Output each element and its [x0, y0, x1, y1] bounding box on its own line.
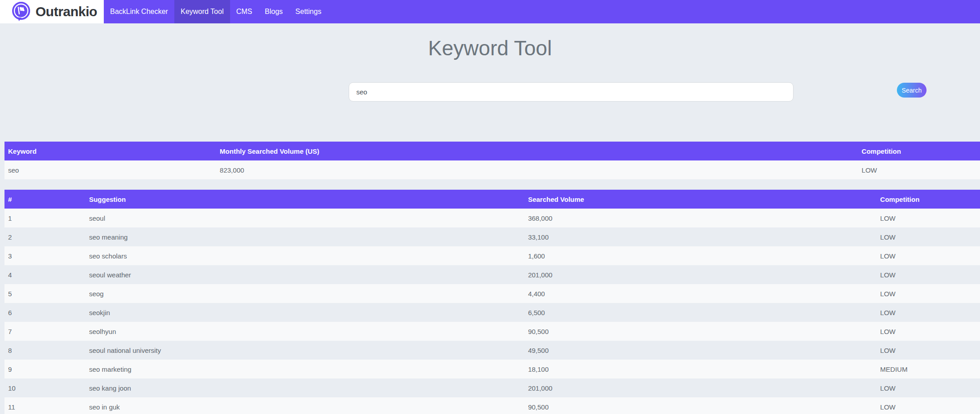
column-header-monthly-searched-volume-us: Monthly Searched Volume (US) [216, 142, 858, 160]
column-header-competition: Competition [858, 142, 980, 160]
table-cell: 6,500 [524, 303, 877, 322]
table-cell: 4,400 [524, 284, 877, 303]
table-row: 7seolhyun90,500LOW [4, 322, 980, 341]
flag-bubble-icon [12, 2, 31, 22]
table-row: 2seo meaning33,100LOW [4, 227, 980, 246]
table-header-row: #SuggestionSearched VolumeCompetition [4, 190, 980, 209]
table-cell: 18,100 [524, 360, 877, 378]
table-cell: 6 [4, 303, 85, 322]
table-row: 9seo marketing18,100MEDIUM [4, 360, 980, 378]
table-cell: 201,000 [524, 265, 877, 284]
table-cell: seo scholars [85, 246, 524, 265]
nav-item-keyword-tool[interactable]: Keyword Tool [174, 0, 230, 23]
table-cell: seolhyun [85, 322, 524, 341]
table-cell: 10 [4, 378, 85, 397]
table-cell: LOW [877, 265, 980, 284]
nav-item-backlink-checker[interactable]: BackLink Checker [104, 0, 174, 23]
top-navbar: Outrankio BackLink CheckerKeyword ToolCM… [0, 0, 980, 23]
table-row: 6seokjin6,500LOW [4, 303, 980, 322]
table-header-row: KeywordMonthly Searched Volume (US)Compe… [4, 142, 980, 160]
table-cell: seoul national university [85, 341, 524, 360]
page-title: Keyword Tool [0, 35, 980, 61]
table-cell: seo [4, 160, 216, 179]
search-form: Search [0, 82, 980, 102]
table-cell: LOW [858, 160, 980, 179]
column-header-suggestion: Suggestion [85, 190, 524, 209]
table-cell: 49,500 [524, 341, 877, 360]
table-cell: 3 [4, 246, 85, 265]
table-row: 4seoul weather201,000LOW [4, 265, 980, 284]
table-cell: LOW [877, 209, 980, 227]
table-cell: LOW [877, 303, 980, 322]
table-cell: LOW [877, 341, 980, 360]
table-cell: 5 [4, 284, 85, 303]
table-cell: seo meaning [85, 227, 524, 246]
table-cell: 90,500 [524, 397, 877, 414]
main-content: Keyword Tool Search KeywordMonthly Searc… [0, 35, 980, 414]
table-cell: seo marketing [85, 360, 524, 378]
table-cell: 823,000 [216, 160, 858, 179]
table-cell: 368,000 [524, 209, 877, 227]
table-cell: seokjin [85, 303, 524, 322]
nav-item-settings[interactable]: Settings [289, 0, 328, 23]
table-cell: LOW [877, 246, 980, 265]
table-cell: seoul [85, 209, 524, 227]
table-cell: seo in guk [85, 397, 524, 414]
column-header-searched-volume: Searched Volume [524, 190, 877, 209]
table-cell: 1 [4, 209, 85, 227]
nav-item-blogs[interactable]: Blogs [258, 0, 289, 23]
table-row: 1seoul368,000LOW [4, 209, 980, 227]
brand-logo[interactable]: Outrankio [0, 0, 104, 23]
suggestions-table: #SuggestionSearched VolumeCompetition1se… [4, 190, 980, 414]
nav-item-cms[interactable]: CMS [230, 0, 259, 23]
table-cell: 11 [4, 397, 85, 414]
search-button[interactable]: Search [897, 83, 927, 98]
brand-name: Outrankio [35, 4, 97, 19]
table-cell: 9 [4, 360, 85, 378]
table-cell: LOW [877, 227, 980, 246]
table-cell: 2 [4, 227, 85, 246]
column-header-competition: Competition [877, 190, 980, 209]
table-cell: seog [85, 284, 524, 303]
main-nav: BackLink CheckerKeyword ToolCMSBlogsSett… [104, 0, 328, 23]
table-cell: LOW [877, 322, 980, 341]
table-row: seo823,000LOW [4, 160, 980, 179]
table-cell: 8 [4, 341, 85, 360]
table-cell: 201,000 [524, 378, 877, 397]
column-header-: # [4, 190, 85, 209]
results-section: KeywordMonthly Searched Volume (US)Compe… [0, 142, 980, 414]
table-row: 3seo scholars1,600LOW [4, 246, 980, 265]
table-cell: 90,500 [524, 322, 877, 341]
table-row: 8seoul national university49,500LOW [4, 341, 980, 360]
column-header-keyword: Keyword [4, 142, 216, 160]
table-cell: seo kang joon [85, 378, 524, 397]
table-cell: 7 [4, 322, 85, 341]
table-cell: 33,100 [524, 227, 877, 246]
keyword-results-table: KeywordMonthly Searched Volume (US)Compe… [4, 142, 980, 179]
table-cell: LOW [877, 397, 980, 414]
table-row: 11seo in guk90,500LOW [4, 397, 980, 414]
table-cell: MEDIUM [877, 360, 980, 378]
table-cell: seoul weather [85, 265, 524, 284]
table-cell: LOW [877, 378, 980, 397]
search-input[interactable] [349, 82, 794, 102]
table-cell: 4 [4, 265, 85, 284]
table-cell: LOW [877, 284, 980, 303]
table-row: 10seo kang joon201,000LOW [4, 378, 980, 397]
table-cell: 1,600 [524, 246, 877, 265]
table-row: 5seog4,400LOW [4, 284, 980, 303]
